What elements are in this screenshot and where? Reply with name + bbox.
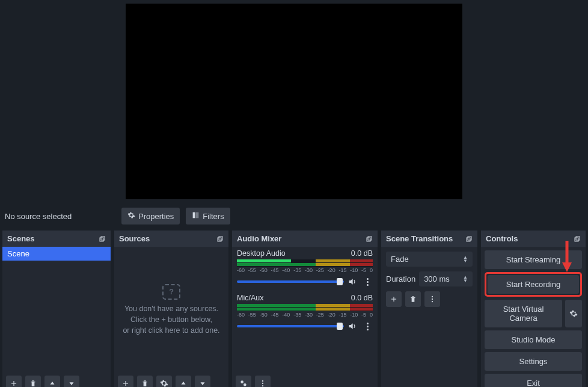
sources-empty-l2: Click the + button below, — [123, 314, 219, 325]
source-properties-button[interactable] — [156, 376, 172, 387]
controls-body: Start Streaming Start Recording Start Vi… — [481, 247, 586, 387]
svg-rect-13 — [467, 238, 470, 241]
transitions-header[interactable]: Scene Transitions — [381, 231, 477, 247]
mute-button[interactable] — [348, 277, 358, 286]
controls-header[interactable]: Controls — [481, 231, 586, 247]
sources-header[interactable]: Sources — [114, 231, 228, 247]
svg-point-10 — [262, 380, 263, 382]
mute-button[interactable] — [348, 321, 358, 331]
channel-menu-button[interactable] — [362, 278, 373, 286]
popout-icon[interactable] — [99, 235, 106, 243]
sources-empty-l1: You don't have any sources. — [123, 303, 219, 314]
sources-title: Sources — [119, 234, 150, 243]
preview-canvas[interactable] — [126, 4, 462, 199]
question-icon: ? — [162, 284, 180, 300]
svg-rect-19 — [576, 237, 580, 240]
sources-panel: Sources ? You don't have any sources. Cl… — [114, 231, 228, 387]
mixer-channel-mic: Mic/Aux 0.0 dB -60-55-50-45-40-35-30-25-… — [232, 291, 378, 336]
add-scene-button[interactable] — [6, 376, 22, 387]
transitions-title: Scene Transitions — [386, 234, 453, 243]
scene-down-button[interactable] — [64, 376, 79, 387]
source-down-button[interactable] — [195, 376, 210, 387]
svg-point-8 — [240, 380, 243, 383]
start-virtual-camera-button[interactable]: Start Virtual Camera — [485, 300, 562, 327]
meter-ticks: -60-55-50-45-40-35-30-25-20-15-10-50 — [237, 312, 373, 318]
remove-transition-button[interactable] — [405, 291, 421, 307]
properties-label: Properties — [138, 212, 174, 221]
remove-source-button[interactable] — [137, 376, 153, 387]
filters-icon — [192, 211, 200, 221]
volume-meter — [237, 259, 373, 267]
filters-label: Filters — [203, 212, 224, 221]
svg-rect-3 — [101, 237, 105, 240]
scenes-panel: Scenes Scene — [2, 231, 111, 387]
scenes-list[interactable]: Scene — [2, 247, 111, 373]
duration-input[interactable]: 300 ms ▲▼ — [419, 271, 473, 286]
channel-db: 0.0 dB — [351, 294, 373, 302]
svg-rect-5 — [219, 237, 222, 240]
svg-rect-14 — [468, 237, 471, 240]
popout-icon[interactable] — [465, 235, 473, 243]
add-transition-button[interactable] — [386, 291, 402, 307]
popout-icon[interactable] — [366, 235, 373, 243]
studio-mode-button[interactable]: Studio Mode — [485, 330, 582, 349]
dock-panels: Scenes Scene Sources ? You don't have an… — [0, 231, 588, 387]
svg-point-15 — [432, 296, 433, 297]
controls-title: Controls — [486, 234, 518, 243]
preview-area — [0, 0, 588, 205]
start-recording-button[interactable]: Start Recording — [488, 275, 579, 294]
svg-point-17 — [432, 301, 433, 302]
add-source-button[interactable] — [118, 376, 133, 387]
svg-point-16 — [432, 299, 433, 300]
svg-point-11 — [262, 383, 263, 384]
virtual-camera-settings-button[interactable] — [565, 300, 582, 327]
filters-button[interactable]: Filters — [186, 208, 230, 224]
start-streaming-button[interactable]: Start Streaming — [485, 250, 582, 269]
channel-db: 0.0 dB — [351, 249, 373, 258]
exit-button[interactable]: Exit — [485, 374, 582, 387]
sources-footer — [114, 373, 228, 387]
mixer-body: Desktop Audio 0.0 dB -60-55-50-45-40-35-… — [232, 247, 378, 373]
settings-button[interactable]: Settings — [485, 352, 582, 371]
meter-ticks: -60-55-50-45-40-35-30-25-20-15-10-50 — [237, 267, 373, 273]
mixer-footer — [232, 373, 378, 387]
popout-icon[interactable] — [216, 235, 224, 243]
scene-up-button[interactable] — [44, 376, 60, 387]
duration-value: 300 ms — [424, 274, 450, 283]
volume-meter — [237, 304, 373, 311]
no-source-label: No source selected — [5, 212, 115, 221]
remove-scene-button[interactable] — [25, 376, 41, 387]
channel-name: Mic/Aux — [237, 294, 263, 302]
mixer-title: Audio Mixer — [237, 234, 281, 243]
sources-list[interactable]: ? You don't have any sources. Click the … — [114, 247, 228, 373]
volume-slider[interactable] — [237, 325, 344, 327]
mixer-header[interactable]: Audio Mixer — [232, 231, 378, 247]
volume-slider[interactable] — [237, 280, 344, 283]
sources-empty-state: ? You don't have any sources. Click the … — [114, 247, 228, 373]
transition-menu-button[interactable] — [424, 291, 440, 307]
annotation-highlight: Start Recording — [485, 272, 582, 297]
updown-icon: ▲▼ — [463, 276, 468, 283]
audio-mixer-panel: Audio Mixer Desktop Audio 0.0 dB -60-55-… — [232, 231, 378, 387]
mixer-menu-button[interactable] — [255, 376, 271, 387]
transition-select[interactable]: Fade ▲▼ — [386, 252, 473, 267]
gear-icon — [127, 211, 135, 221]
svg-rect-2 — [100, 238, 103, 241]
controls-panel: Controls Start Streaming Start Recording… — [481, 231, 586, 387]
scenes-title: Scenes — [7, 234, 35, 243]
properties-button[interactable]: Properties — [121, 208, 180, 224]
svg-rect-6 — [367, 238, 370, 241]
svg-rect-7 — [368, 237, 372, 240]
channel-name: Desktop Audio — [237, 249, 286, 258]
source-up-button[interactable] — [176, 376, 191, 387]
scenes-header[interactable]: Scenes — [2, 231, 111, 247]
channel-menu-button[interactable] — [362, 323, 373, 330]
transitions-panel: Scene Transitions Fade ▲▼ Duration 300 m… — [381, 231, 477, 387]
mixer-settings-button[interactable] — [236, 376, 251, 387]
svg-rect-1 — [196, 212, 198, 218]
scenes-footer — [2, 373, 111, 387]
svg-rect-4 — [218, 238, 221, 241]
popout-icon[interactable] — [574, 235, 581, 243]
scene-item[interactable]: Scene — [2, 247, 111, 261]
svg-rect-18 — [575, 238, 578, 241]
